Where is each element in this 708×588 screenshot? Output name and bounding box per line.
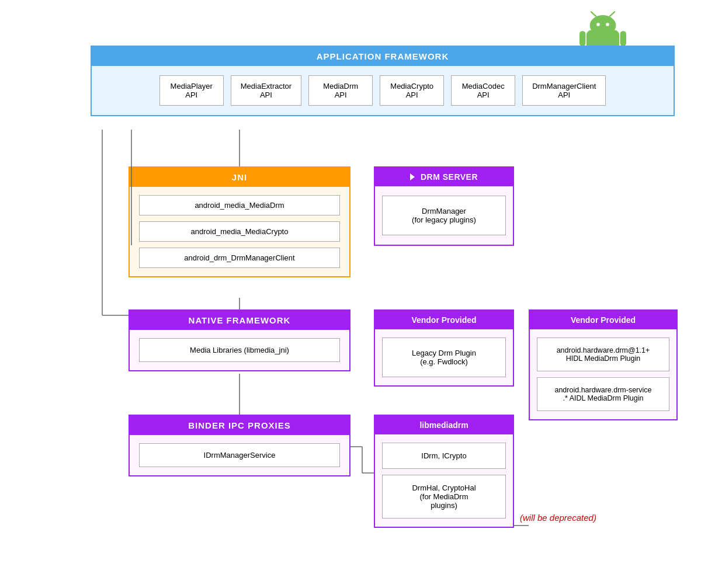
vendor-left-body: Legacy Drm Plugin(e.g. Fwdlock) (375, 329, 513, 385)
vendor-right-body: android.hardware.drm@1.1+HIDL MediaDrm P… (530, 329, 676, 419)
binder-ipc-body: IDrmManagerService (130, 435, 349, 475)
app-framework-body: MediaPlayerAPI MediaExtractorAPI MediaDr… (92, 66, 674, 115)
drm-server-box: DRM SERVER DrmManager(for legacy plugins… (374, 166, 514, 246)
api-box-mediaextractor: MediaExtractorAPI (231, 75, 301, 106)
drm-server-body: DrmManager(for legacy plugins) (375, 186, 513, 245)
native-framework-header: NATIVE FRAMEWORK (130, 311, 349, 330)
svg-line-4 (591, 12, 596, 16)
native-framework-box: NATIVE FRAMEWORK Media Libraries (libmed… (129, 309, 350, 371)
deprecated-label: (will be deprecated) (520, 513, 596, 523)
vendor-left-box: Vendor Provided Legacy Drm Plugin(e.g. F… (374, 309, 514, 387)
libmediadrm-header: libmediadrm (375, 416, 513, 434)
jni-item-mediadrm: android_media_MediaDrm (139, 195, 340, 215)
vendor-left-item: Legacy Drm Plugin(e.g. Fwdlock) (382, 338, 506, 377)
binder-ipc-header: BINDER IPC PROXIES (130, 416, 349, 435)
api-box-mediadrm: MediaDrmAPI (308, 75, 373, 106)
native-framework-body: Media Libraries (libmedia_jni) (130, 330, 349, 370)
binder-ipc-box: BINDER IPC PROXIES IDrmManagerService (129, 415, 350, 476)
libmediadrm-item-idrm: IDrm, ICrypto (382, 443, 506, 469)
app-framework-box: APPLICATION FRAMEWORK MediaPlayerAPI Med… (91, 46, 675, 116)
api-box-mediacodec: MediaCodecAPI (451, 75, 515, 106)
vendor-left-header: Vendor Provided (375, 311, 513, 329)
api-box-mediaplayer: MediaPlayerAPI (159, 75, 224, 106)
libmediadrm-body: IDrm, ICrypto DrmHal, CryptoHal(for Medi… (375, 434, 513, 527)
binder-ipc-item: IDrmManagerService (139, 443, 340, 467)
svg-line-5 (610, 12, 615, 16)
vendor-right-item-aidl: android.hardware.drm-service.* AIDL Medi… (537, 377, 669, 411)
svg-rect-6 (579, 31, 585, 46)
vendor-right-item-hidl: android.hardware.drm@1.1+HIDL MediaDrm P… (537, 338, 669, 371)
diagram-container: APPLICATION FRAMEWORK MediaPlayerAPI Med… (0, 0, 708, 588)
vendor-right-box: Vendor Provided android.hardware.drm@1.1… (529, 309, 678, 420)
jni-item-mediacrypto: android_media_MediaCrypto (139, 221, 340, 242)
drm-server-label: DRM SERVER (421, 172, 478, 182)
svg-rect-7 (620, 31, 626, 46)
jni-header: JNI (130, 168, 349, 187)
api-box-mediacrypto: MediaCryptoAPI (380, 75, 444, 106)
vendor-right-header: Vendor Provided (530, 311, 676, 329)
app-framework-header: APPLICATION FRAMEWORK (92, 47, 674, 66)
svg-point-1 (590, 15, 616, 36)
svg-point-2 (596, 23, 600, 26)
arrow-right-icon (410, 173, 415, 180)
native-framework-item: Media Libraries (libmedia_jni) (139, 338, 340, 362)
jni-body: android_media_MediaDrm android_media_Med… (130, 187, 349, 276)
drm-server-item: DrmManager(for legacy plugins) (382, 196, 506, 235)
jni-item-drmmanagerclient: android_drm_DrmManagerClient (139, 248, 340, 268)
jni-box: JNI android_media_MediaDrm android_media… (129, 166, 350, 277)
drm-server-header: DRM SERVER (375, 168, 513, 186)
svg-point-3 (606, 23, 609, 26)
api-box-drmmanagerclient: DrmManagerClientAPI (522, 75, 606, 106)
libmediadrm-box: libmediadrm IDrm, ICrypto DrmHal, Crypto… (374, 415, 514, 528)
libmediadrm-item-drmhal: DrmHal, CryptoHal(for MediaDrmplugins) (382, 475, 506, 519)
